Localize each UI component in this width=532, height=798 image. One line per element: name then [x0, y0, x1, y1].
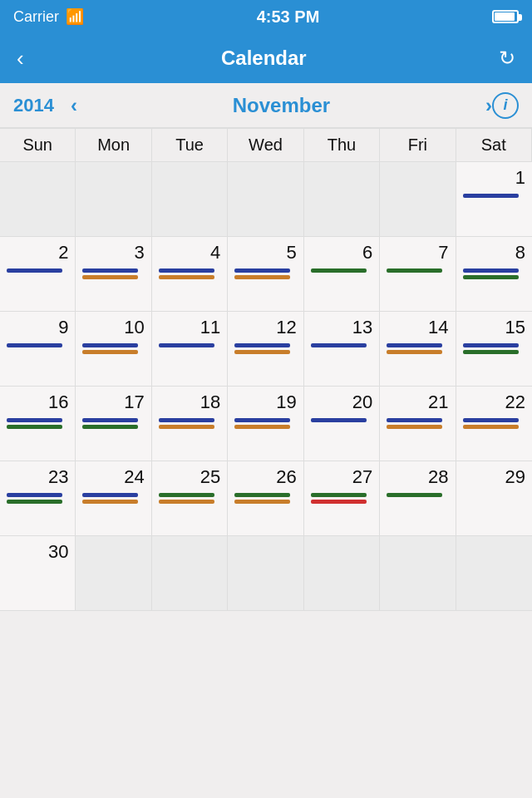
day-number: 16	[7, 392, 68, 413]
dow-header-mon: Mon	[76, 129, 151, 162]
calendar-cell	[76, 536, 151, 611]
dow-header-wed: Wed	[228, 129, 303, 162]
calendar-cell[interactable]: 2	[0, 237, 76, 312]
day-number: 21	[387, 392, 448, 413]
event-bars	[159, 268, 220, 279]
back-button[interactable]: ‹	[17, 46, 29, 71]
calendar-cell[interactable]: 27	[304, 461, 380, 536]
event-bars	[463, 343, 525, 354]
calendar-grid: SunMonTueWedThuFriSat1234567891011121314…	[0, 128, 532, 611]
day-number: 8	[463, 242, 525, 264]
day-number: 24	[82, 466, 144, 488]
event-bars	[311, 268, 372, 273]
event-bar	[7, 425, 62, 429]
calendar-cell[interactable]: 29	[456, 461, 532, 536]
event-bars	[311, 493, 372, 504]
calendar-cell	[228, 162, 303, 237]
dow-header-sat: Sat	[456, 129, 532, 162]
calendar-cell[interactable]: 4	[152, 237, 228, 312]
info-button[interactable]: i	[492, 92, 519, 119]
event-bar	[234, 275, 290, 279]
calendar-cell[interactable]: 18	[152, 387, 228, 461]
wifi-icon: 📶	[66, 7, 84, 26]
event-bar	[311, 500, 367, 504]
calendar-cell[interactable]: 6	[304, 237, 380, 312]
calendar-cell	[0, 162, 76, 237]
refresh-button[interactable]: ↻	[499, 47, 515, 70]
event-bars	[7, 493, 68, 504]
calendar-cell[interactable]: 22	[456, 387, 532, 461]
calendar-cell[interactable]: 14	[380, 312, 456, 387]
calendar-cell[interactable]: 25	[152, 461, 228, 536]
calendar-cell[interactable]: 30	[0, 536, 76, 611]
next-month-button[interactable]: ›	[485, 94, 492, 117]
day-number: 11	[159, 317, 220, 338]
calendar-cell[interactable]: 19	[228, 387, 303, 461]
calendar-cell[interactable]: 28	[380, 461, 456, 536]
calendar-cell[interactable]: 10	[76, 312, 151, 387]
calendar-cell[interactable]: 9	[0, 312, 76, 387]
calendar-cell	[456, 536, 532, 611]
calendar-cell[interactable]: 24	[76, 461, 151, 536]
calendar-cell[interactable]: 8	[456, 237, 532, 312]
event-bars	[387, 493, 448, 497]
dow-header-sun: Sun	[0, 129, 76, 162]
calendar-cell[interactable]: 21	[380, 387, 456, 461]
calendar-cell[interactable]: 13	[304, 312, 380, 387]
calendar-cell	[304, 536, 380, 611]
event-bar	[387, 425, 442, 429]
month-header: 2014 ‹ November › i	[0, 83, 532, 128]
event-bars	[159, 343, 220, 347]
calendar-cell[interactable]: 12	[228, 312, 303, 387]
calendar-cell[interactable]: 20	[304, 387, 380, 461]
event-bar	[387, 343, 442, 347]
day-number: 5	[234, 242, 296, 264]
year-label: 2014	[13, 95, 54, 116]
event-bar	[82, 275, 138, 279]
day-number: 7	[387, 242, 448, 264]
event-bar	[463, 275, 520, 279]
event-bar	[234, 268, 290, 273]
calendar-cell[interactable]: 11	[152, 312, 228, 387]
event-bars	[82, 493, 144, 504]
day-number: 3	[82, 242, 144, 264]
calendar-cell	[228, 536, 303, 611]
event-bar	[7, 500, 62, 504]
event-bars	[387, 418, 448, 429]
event-bar	[82, 418, 138, 422]
event-bar	[463, 194, 520, 198]
event-bar	[7, 268, 62, 273]
calendar-cell[interactable]: 17	[76, 387, 151, 461]
event-bar	[463, 350, 520, 354]
event-bar	[387, 268, 442, 273]
status-bar-right	[492, 10, 519, 23]
calendar-cell[interactable]: 16	[0, 387, 76, 461]
calendar-cell	[152, 536, 228, 611]
event-bar	[159, 500, 214, 504]
day-number: 9	[7, 317, 68, 338]
calendar-cell[interactable]: 15	[456, 312, 532, 387]
calendar-cell[interactable]: 3	[76, 237, 151, 312]
day-number: 15	[463, 317, 525, 338]
day-number: 19	[234, 392, 296, 413]
event-bar	[82, 268, 138, 273]
event-bars	[82, 268, 144, 279]
month-name: November	[89, 94, 474, 117]
day-number: 4	[159, 242, 220, 264]
event-bar	[82, 500, 138, 504]
event-bar	[311, 268, 367, 273]
event-bar	[234, 493, 290, 497]
event-bar	[159, 418, 214, 422]
day-number: 12	[234, 317, 296, 338]
event-bars	[463, 268, 525, 279]
day-number: 10	[82, 317, 144, 338]
calendar-cell[interactable]: 26	[228, 461, 303, 536]
prev-month-button[interactable]: ‹	[71, 94, 77, 117]
event-bar	[387, 493, 442, 497]
calendar-cell[interactable]: 23	[0, 461, 76, 536]
calendar-cell[interactable]: 5	[228, 237, 303, 312]
calendar-cell[interactable]: 1	[456, 162, 532, 237]
calendar-cell[interactable]: 7	[380, 237, 456, 312]
event-bar	[463, 425, 520, 429]
day-number: 26	[234, 466, 296, 488]
